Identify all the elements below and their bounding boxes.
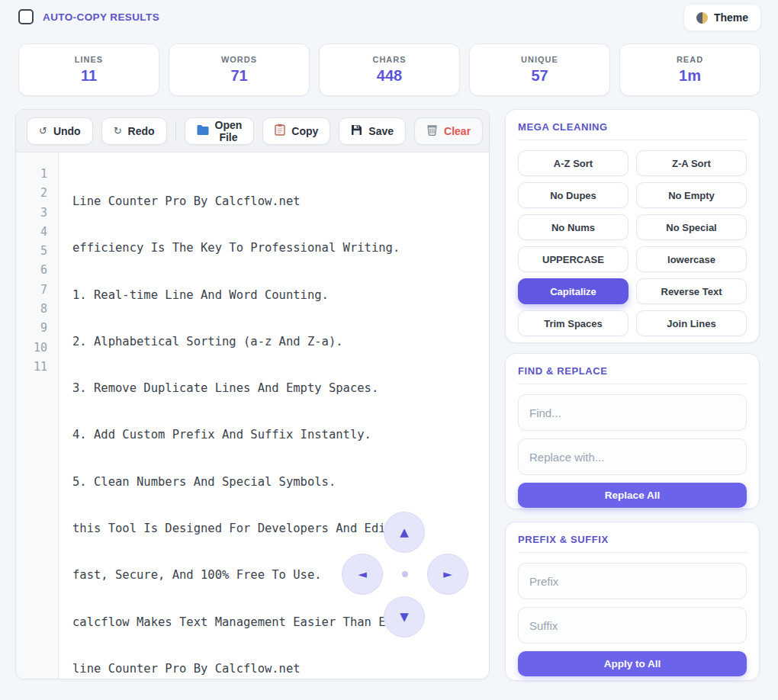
auto-copy-checkbox[interactable] xyxy=(18,9,34,24)
scroll-down-button[interactable]: ▼ xyxy=(384,596,425,637)
editor-line: this Tool Is Designed For Developers And… xyxy=(72,519,489,538)
toolbar-divider xyxy=(175,121,176,141)
editor-panel: ↺ Undo ↻ Redo Open File Copy Save Clear … xyxy=(15,109,490,679)
open-file-label: Open File xyxy=(215,119,243,143)
stat-label: CHARS xyxy=(372,55,406,64)
line-number: 4 xyxy=(16,223,47,242)
prefix-input[interactable] xyxy=(518,563,747,599)
editor-line: efficiency Is The Key To Professional Wr… xyxy=(72,239,489,258)
no-special-button[interactable]: No Special xyxy=(636,214,747,240)
stat-value: 448 xyxy=(377,67,402,85)
editor-line: line Counter Pro By Calcflow.net xyxy=(72,660,489,679)
line-number: 9 xyxy=(16,319,47,338)
editor-body: 1 2 3 4 5 6 7 8 9 10 11 Line Counter Pro… xyxy=(16,153,489,679)
cleaning-button-grid: A-Z Sort Z-A Sort No Dupes No Empty No N… xyxy=(518,150,747,336)
scroll-right-button[interactable]: ► xyxy=(427,554,468,595)
editor-line: 3. Remove Duplicate Lines And Empty Spac… xyxy=(72,379,489,398)
stat-card-chars: CHARS 448 xyxy=(319,43,460,96)
line-number: 8 xyxy=(16,300,47,319)
find-replace-panel: FIND & REPLACE Replace All xyxy=(505,353,760,509)
uppercase-button[interactable]: UPPERCASE xyxy=(518,246,629,272)
redo-label: Redo xyxy=(128,125,155,137)
line-number: 11 xyxy=(16,358,47,377)
reverse-text-button[interactable]: Reverse Text xyxy=(636,278,747,304)
line-number: 3 xyxy=(16,204,47,223)
stats-row: LINES 11 WORDS 71 CHARS 448 UNIQUE 57 RE… xyxy=(18,43,760,96)
stat-label: WORDS xyxy=(221,55,257,64)
save-button[interactable]: Save xyxy=(339,117,406,145)
clear-button[interactable]: Clear xyxy=(414,117,483,145)
no-dupes-button[interactable]: No Dupes xyxy=(518,182,629,208)
dpad-center-dot xyxy=(402,571,408,577)
line-number: 6 xyxy=(16,261,47,280)
text-editor-area[interactable]: Line Counter Pro By Calcflow.net efficie… xyxy=(59,153,489,679)
replace-input[interactable] xyxy=(518,438,747,475)
save-label: Save xyxy=(368,125,394,137)
scroll-left-button[interactable]: ◄ xyxy=(342,554,383,595)
copy-label: Copy xyxy=(291,125,318,137)
trim-spaces-button[interactable]: Trim Spaces xyxy=(518,310,629,336)
theme-button-label: Theme xyxy=(714,11,748,24)
za-sort-button[interactable]: Z-A Sort xyxy=(636,150,747,176)
arrow-right-icon: ► xyxy=(443,567,452,581)
az-sort-button[interactable]: A-Z Sort xyxy=(518,150,629,176)
editor-line: 5. Clean Numbers And Special Symbols. xyxy=(72,473,489,492)
editor-line: 1. Real-time Line And Word Counting. xyxy=(72,286,489,305)
copy-button[interactable]: Copy xyxy=(262,117,330,145)
redo-button[interactable]: ↻ Redo xyxy=(101,117,167,145)
apply-to-all-button[interactable]: Apply to All xyxy=(518,651,747,676)
undo-label: Undo xyxy=(53,125,81,137)
editor-line: 4. Add Custom Prefix And Suffix Instantl… xyxy=(72,425,489,445)
line-number: 1 xyxy=(16,165,47,184)
prefix-suffix-panel: PREFIX & SUFFIX Apply to All xyxy=(505,522,760,681)
trash-icon xyxy=(426,124,438,138)
lowercase-button[interactable]: lowercase xyxy=(636,246,747,272)
stat-label: READ xyxy=(677,55,703,64)
theme-button[interactable]: Theme xyxy=(683,4,761,31)
theme-half-moon-icon xyxy=(696,12,708,24)
line-number: 10 xyxy=(16,339,47,358)
no-nums-button[interactable]: No Nums xyxy=(518,214,629,240)
scroll-up-button[interactable]: ▲ xyxy=(384,512,425,553)
stat-card-words: WORDS 71 xyxy=(169,43,310,96)
replace-all-button[interactable]: Replace All xyxy=(518,483,747,508)
folder-icon xyxy=(197,124,209,137)
join-lines-button[interactable]: Join Lines xyxy=(636,310,747,336)
section-divider xyxy=(518,552,747,553)
clipboard-icon xyxy=(275,124,285,138)
open-file-button[interactable]: Open File xyxy=(185,117,255,145)
undo-icon: ↺ xyxy=(39,125,47,136)
editor-line: calcflow Makes Text Management Easier Th… xyxy=(72,613,489,632)
capitalize-button[interactable]: Capitalize xyxy=(518,278,629,304)
mega-cleaning-title: MEGA CLEANING xyxy=(518,121,747,133)
arrow-left-icon: ◄ xyxy=(358,567,367,581)
stat-value: 71 xyxy=(230,67,247,85)
line-number: 2 xyxy=(16,184,47,203)
stat-value: 1m xyxy=(679,67,701,85)
find-replace-title: FIND & REPLACE xyxy=(518,365,747,377)
arrow-down-icon: ▼ xyxy=(400,610,409,624)
find-input[interactable] xyxy=(518,394,747,431)
line-number: 7 xyxy=(16,281,47,300)
section-divider xyxy=(518,140,747,140)
line-number-gutter: 1 2 3 4 5 6 7 8 9 10 11 xyxy=(16,153,59,679)
auto-copy-label: AUTO-COPY RESULTS xyxy=(43,11,159,23)
mega-cleaning-panel: MEGA CLEANING A-Z Sort Z-A Sort No Dupes… xyxy=(505,109,760,343)
stat-label: LINES xyxy=(75,55,103,64)
line-number: 5 xyxy=(16,242,47,261)
suffix-input[interactable] xyxy=(518,607,747,644)
floppy-disk-icon xyxy=(351,124,362,138)
editor-toolbar: ↺ Undo ↻ Redo Open File Copy Save Clear xyxy=(16,110,489,153)
stat-value: 11 xyxy=(81,67,97,85)
prefix-suffix-title: PREFIX & SUFFIX xyxy=(518,534,747,545)
editor-line: Line Counter Pro By Calcflow.net xyxy=(72,192,489,211)
editor-line: 2. Alphabetical Sorting (a-z And Z-a). xyxy=(72,332,489,352)
arrow-up-icon: ▲ xyxy=(400,525,409,539)
clear-label: Clear xyxy=(444,125,471,137)
undo-button[interactable]: ↺ Undo xyxy=(27,117,93,145)
no-empty-button[interactable]: No Empty xyxy=(636,182,747,208)
section-divider xyxy=(518,384,747,384)
redo-icon: ↻ xyxy=(114,125,122,136)
stat-card-unique: UNIQUE 57 xyxy=(469,43,610,96)
stat-label: UNIQUE xyxy=(521,55,558,64)
